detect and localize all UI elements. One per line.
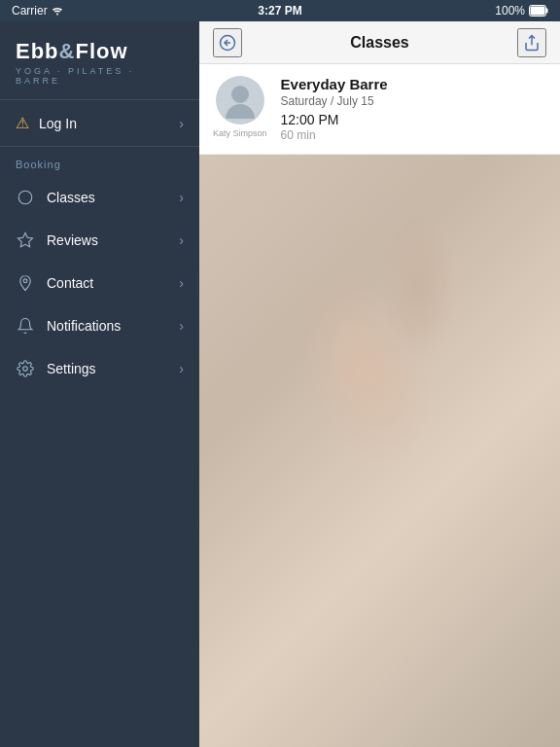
- svg-point-4: [18, 191, 32, 204]
- notifications-label: Notifications: [47, 318, 121, 334]
- login-item[interactable]: ⚠ Log In ›: [0, 100, 199, 147]
- app-container: Ebb&Flow YOGA · PILATES · BARRE ⚠ Log In…: [0, 21, 560, 747]
- background-area: [199, 155, 560, 747]
- share-button[interactable]: [517, 28, 546, 57]
- status-bar-left: Carrier: [12, 4, 63, 18]
- svg-rect-2: [531, 7, 545, 16]
- avatar: [216, 76, 264, 124]
- notifications-icon: [16, 316, 35, 336]
- contact-chevron: ›: [179, 275, 184, 291]
- sidebar-item-contact[interactable]: Contact ›: [0, 262, 199, 304]
- svg-point-11: [231, 86, 249, 103]
- class-time: 12:00 PM: [281, 112, 546, 127]
- sidebar-logo: Ebb&Flow YOGA · PILATES · BARRE: [0, 21, 199, 100]
- status-bar-right: 100%: [495, 4, 548, 18]
- reviews-label: Reviews: [47, 232, 98, 248]
- battery-icon: [529, 5, 548, 17]
- back-icon: [219, 34, 236, 52]
- class-name: Everyday Barre: [281, 76, 546, 92]
- instructor-name: Katy Simpson: [213, 128, 267, 138]
- class-duration: 60 min: [281, 128, 546, 142]
- battery-label: 100%: [495, 4, 525, 18]
- booking-section-label: Booking: [0, 147, 199, 176]
- status-bar-time: 3:27 PM: [258, 4, 301, 18]
- class-card: Katy Simpson Everyday Barre Saturday / J…: [199, 64, 560, 155]
- class-info: Everyday Barre Saturday / July 15 12:00 …: [281, 76, 546, 142]
- classes-chevron: ›: [179, 190, 184, 205]
- svg-point-7: [23, 367, 28, 372]
- sidebar: Ebb&Flow YOGA · PILATES · BARRE ⚠ Log In…: [0, 21, 199, 747]
- back-button[interactable]: [213, 28, 242, 57]
- sidebar-item-classes[interactable]: Classes ›: [0, 176, 199, 219]
- notifications-chevron: ›: [179, 318, 184, 334]
- carrier-label: Carrier: [12, 4, 48, 18]
- contact-icon: [16, 273, 35, 293]
- nav-bar: Classes: [199, 21, 560, 64]
- sidebar-item-notifications[interactable]: Notifications ›: [0, 304, 199, 347]
- warning-icon: ⚠: [16, 114, 29, 132]
- brand-name: Ebb&Flow: [16, 39, 184, 64]
- avatar-icon: [224, 82, 257, 119]
- class-date: Saturday / July 15: [281, 94, 546, 108]
- svg-marker-5: [18, 233, 33, 247]
- nav-title: Classes: [350, 34, 409, 52]
- contact-label: Contact: [47, 275, 93, 291]
- reviews-chevron: ›: [179, 232, 184, 248]
- share-icon: [523, 34, 541, 52]
- sidebar-item-settings[interactable]: Settings ›: [0, 347, 199, 390]
- settings-label: Settings: [47, 361, 96, 376]
- reviews-icon: [16, 231, 35, 250]
- settings-chevron: ›: [179, 361, 184, 376]
- brand-tagline: YOGA · PILATES · BARRE: [16, 66, 184, 86]
- login-chevron: ›: [179, 116, 184, 131]
- svg-point-6: [23, 279, 27, 283]
- classes-label: Classes: [47, 190, 95, 205]
- main-content: Classes Katy Simpson: [199, 21, 560, 747]
- avatar-wrap: Katy Simpson: [213, 76, 267, 138]
- svg-rect-3: [546, 9, 548, 14]
- wifi-icon: [52, 6, 63, 16]
- svg-point-0: [56, 14, 58, 16]
- classes-icon: [16, 188, 35, 207]
- sidebar-item-reviews[interactable]: Reviews ›: [0, 219, 199, 262]
- login-label: Log In: [39, 116, 77, 131]
- settings-icon: [16, 359, 35, 378]
- status-bar: Carrier 3:27 PM 100%: [0, 0, 560, 21]
